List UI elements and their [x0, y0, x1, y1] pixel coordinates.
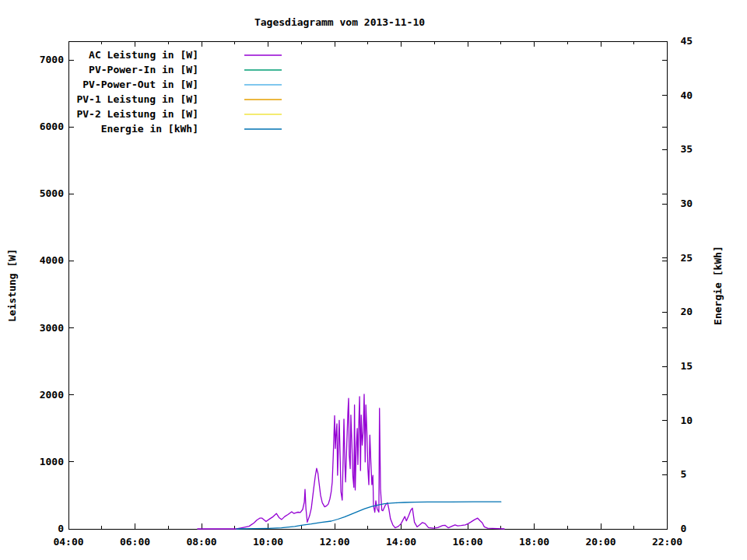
- y-right-tick-label: 20: [681, 306, 693, 317]
- x-tick-label: 10:00: [253, 536, 283, 548]
- x-tick-label: 22:00: [652, 536, 682, 548]
- y-right-tick-label: 10: [681, 415, 693, 426]
- y-right-tick-label: 35: [681, 143, 693, 155]
- y-right-tick-label: 25: [681, 252, 693, 264]
- x-tick-label: 14:00: [386, 536, 416, 548]
- y-right-tick-label: 40: [681, 89, 693, 101]
- tagesdiagramm-chart: Tagesdiagramm vom 2013-11-10 Leistung [W…: [0, 0, 747, 560]
- y-right-tick-label: 45: [681, 35, 693, 47]
- x-tick-label: 16:00: [452, 536, 482, 548]
- x-tick-label: 18:00: [519, 536, 549, 548]
- legend-label: Energie in [kWh]: [101, 123, 198, 135]
- x-tick-label: 06:00: [120, 536, 150, 548]
- y-left-tick-label: 3000: [40, 322, 64, 334]
- legend-label: PV-Power-In in [W]: [89, 64, 198, 75]
- y-left-tick-label: 0: [58, 523, 64, 534]
- y-right-tick-label: 0: [681, 523, 687, 534]
- x-tick-label: 08:00: [186, 536, 216, 548]
- chart-canvas: 04:0006:0008:0010:0012:0014:0016:0018:00…: [0, 0, 747, 560]
- series-line-energie-in-kwh: [237, 502, 501, 529]
- y-right-tick-label: 5: [681, 468, 687, 480]
- y-left-tick-label: 7000: [40, 54, 64, 65]
- x-tick-label: 12:00: [319, 536, 349, 548]
- y-left-tick-label: 6000: [40, 121, 64, 132]
- y-right-tick-label: 30: [681, 198, 693, 209]
- y-left-tick-label: 1000: [40, 456, 64, 467]
- series-line-ac-leistung-in-w: [198, 394, 504, 529]
- legend-label: AC Leistung in [W]: [89, 49, 198, 61]
- legend-label: PV-2 Leistung in [W]: [76, 108, 198, 120]
- legend-label: PV-1 Leistung in [W]: [76, 93, 198, 105]
- y-left-tick-label: 5000: [40, 187, 64, 199]
- y-right-tick-label: 15: [681, 360, 693, 372]
- legend-label: PV-Power-Out in [W]: [82, 79, 198, 90]
- x-tick-label: 20:00: [585, 536, 615, 548]
- x-tick-label: 04:00: [53, 536, 83, 548]
- y-left-tick-label: 4000: [40, 254, 64, 266]
- y-left-tick-label: 2000: [40, 389, 64, 401]
